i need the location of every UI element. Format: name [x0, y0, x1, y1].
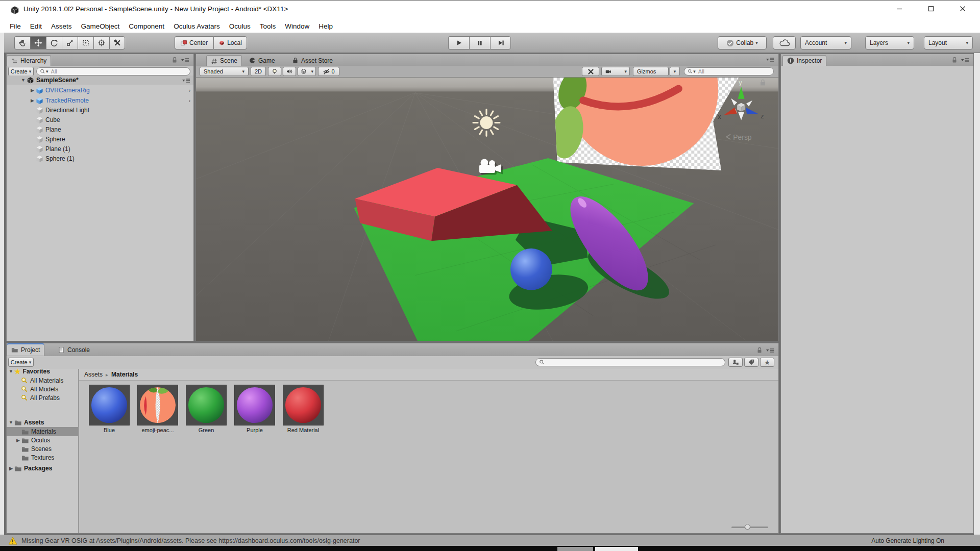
- tab-hierarchy[interactable]: Hierarchy: [7, 55, 51, 66]
- pause-button[interactable]: [469, 36, 490, 49]
- status-message[interactable]: Missing Gear VR OSIG at Assets/Plugins/A…: [21, 537, 360, 544]
- expand-arrow-icon[interactable]: ▶: [8, 466, 14, 471]
- pane-menu-icon[interactable]: [765, 57, 774, 63]
- tab-console[interactable]: Console: [54, 344, 94, 355]
- layers-dropdown[interactable]: Layers▾: [865, 36, 914, 49]
- lock-icon[interactable]: [172, 57, 177, 63]
- tree-item-all-models[interactable]: All Models: [7, 385, 78, 394]
- menu-assets[interactable]: Assets: [46, 22, 77, 30]
- hierarchy-item[interactable]: ▶TrackedRemote›: [7, 96, 193, 105]
- close-button[interactable]: [950, 1, 975, 16]
- tab-game[interactable]: Game: [245, 55, 279, 66]
- search-by-label-button[interactable]: [744, 358, 758, 367]
- asset-material-blue[interactable]: Blue: [89, 385, 130, 433]
- tree-item-textures[interactable]: Textures: [7, 453, 78, 462]
- audio-toggle-button[interactable]: [283, 67, 296, 76]
- 2d-toggle-button[interactable]: 2D: [251, 67, 266, 76]
- status-bar[interactable]: Missing Gear VR OSIG at Assets/Plugins/A…: [0, 535, 980, 546]
- menu-file[interactable]: File: [5, 22, 26, 30]
- hierarchy-item[interactable]: ▶OVRCameraRig›: [7, 86, 193, 95]
- hierarchy-item[interactable]: Cube: [7, 115, 193, 124]
- menu-component[interactable]: Component: [124, 22, 169, 30]
- collab-button[interactable]: Collab▾: [718, 36, 767, 49]
- tree-item-scenes[interactable]: Scenes: [7, 444, 78, 454]
- cloud-button[interactable]: [773, 36, 796, 49]
- assets-root[interactable]: ▼Assets: [7, 418, 78, 427]
- asset-material-purple[interactable]: Purple: [234, 385, 275, 433]
- tab-inspector[interactable]: Inspector: [782, 55, 826, 66]
- thumbnail-size-slider[interactable]: [731, 524, 768, 530]
- rect-tool-button[interactable]: [78, 36, 93, 49]
- scene-visibility-button[interactable]: 0: [318, 67, 339, 76]
- tree-item-all-prefabs[interactable]: All Prefabs: [7, 393, 78, 403]
- tree-item-materials-selected[interactable]: Materials: [7, 427, 78, 436]
- menu-oculus[interactable]: Oculus: [225, 22, 255, 30]
- collapse-arrow-icon[interactable]: ▼: [20, 78, 27, 83]
- rotate-tool-button[interactable]: [46, 36, 62, 49]
- project-search-field[interactable]: [535, 358, 725, 366]
- tab-scene[interactable]: Scene: [206, 55, 242, 66]
- lock-icon[interactable]: [952, 57, 957, 63]
- play-button[interactable]: [448, 36, 469, 49]
- scale-tool-button[interactable]: [62, 36, 78, 49]
- scene-root-row[interactable]: ▼ SampleScene*: [7, 76, 193, 85]
- minimize-button[interactable]: [887, 1, 912, 16]
- tree-item-all-materials[interactable]: All Materials: [7, 376, 78, 385]
- hierarchy-item[interactable]: Plane (1): [7, 144, 193, 154]
- tab-asset-store[interactable]: Asset Store: [288, 55, 337, 66]
- expand-arrow-icon[interactable]: ▶: [29, 98, 36, 103]
- menu-tools[interactable]: Tools: [255, 22, 281, 30]
- hierarchy-item[interactable]: Plane: [7, 125, 193, 134]
- prefab-arrow-icon[interactable]: ›: [189, 98, 190, 104]
- asset-material-peach[interactable]: emoji-peac...: [137, 385, 178, 433]
- lock-icon[interactable]: [757, 347, 762, 354]
- pane-menu-icon[interactable]: [960, 57, 969, 63]
- title-bar[interactable]: Unity 2019.1.0f2 Personal - SampleScene.…: [0, 0, 980, 19]
- slider-knob[interactable]: [745, 524, 750, 530]
- favorites-root[interactable]: ▼★Favorites: [7, 367, 78, 376]
- asset-material-red[interactable]: Red Material: [283, 385, 324, 433]
- effects-dropdown[interactable]: ▾: [298, 67, 316, 76]
- lighting-toggle-button[interactable]: [268, 67, 281, 76]
- project-create-button[interactable]: Create▾: [8, 358, 34, 367]
- search-by-type-button[interactable]: [728, 358, 743, 367]
- menu-oculus-avatars[interactable]: Oculus Avatars: [169, 22, 225, 30]
- pivot-mode-button[interactable]: Center: [175, 36, 213, 49]
- account-dropdown[interactable]: Account▾: [800, 36, 851, 49]
- custom-tool-button[interactable]: [109, 36, 125, 49]
- scene-tools-button[interactable]: [582, 67, 599, 76]
- peach-texture-plane[interactable]: [548, 78, 739, 170]
- favorites-filter-button[interactable]: ★: [760, 358, 774, 367]
- scene-search-field[interactable]: ▾: [684, 67, 774, 76]
- scene-menu-icon[interactable]: [181, 78, 190, 84]
- shading-mode-dropdown[interactable]: Shaded▾: [200, 67, 249, 76]
- breadcrumb-root[interactable]: Assets: [84, 371, 103, 378]
- transform-tool-button[interactable]: [93, 36, 109, 49]
- asset-material-green[interactable]: Green: [186, 385, 227, 433]
- hierarchy-search-input[interactable]: [50, 68, 187, 75]
- menu-edit[interactable]: Edit: [26, 22, 46, 30]
- pane-menu-icon[interactable]: [765, 347, 774, 354]
- expand-arrow-icon[interactable]: ▶: [29, 88, 36, 93]
- space-mode-button[interactable]: Local: [213, 36, 247, 49]
- prefab-arrow-icon[interactable]: ›: [189, 88, 190, 93]
- project-search-input[interactable]: [545, 359, 722, 366]
- auto-generate-lighting-toggle[interactable]: Auto Generate Lighting On: [871, 537, 944, 544]
- menu-gameobject[interactable]: GameObject: [77, 22, 125, 30]
- packages-root[interactable]: ▶Packages: [7, 464, 78, 473]
- collapse-arrow-icon[interactable]: ▼: [8, 420, 14, 425]
- hand-tool-button[interactable]: [14, 36, 30, 49]
- tree-item-oculus[interactable]: ▶Oculus: [7, 436, 78, 445]
- expand-arrow-icon[interactable]: ▶: [15, 438, 21, 443]
- hierarchy-create-button[interactable]: Create▾: [8, 67, 34, 76]
- pane-menu-icon[interactable]: [180, 57, 189, 63]
- scene-search-input[interactable]: [697, 68, 770, 75]
- gizmos-dropdown[interactable]: Gizmos: [633, 67, 669, 76]
- move-tool-button[interactable]: [30, 36, 46, 49]
- menu-help[interactable]: Help: [314, 22, 337, 30]
- hierarchy-item[interactable]: Sphere: [7, 135, 193, 144]
- scene-camera-dropdown[interactable]: ▾: [601, 67, 630, 76]
- layout-dropdown[interactable]: Layout▾: [924, 36, 973, 49]
- gizmos-caret-button[interactable]: ▾: [670, 67, 680, 76]
- menu-window[interactable]: Window: [280, 22, 314, 30]
